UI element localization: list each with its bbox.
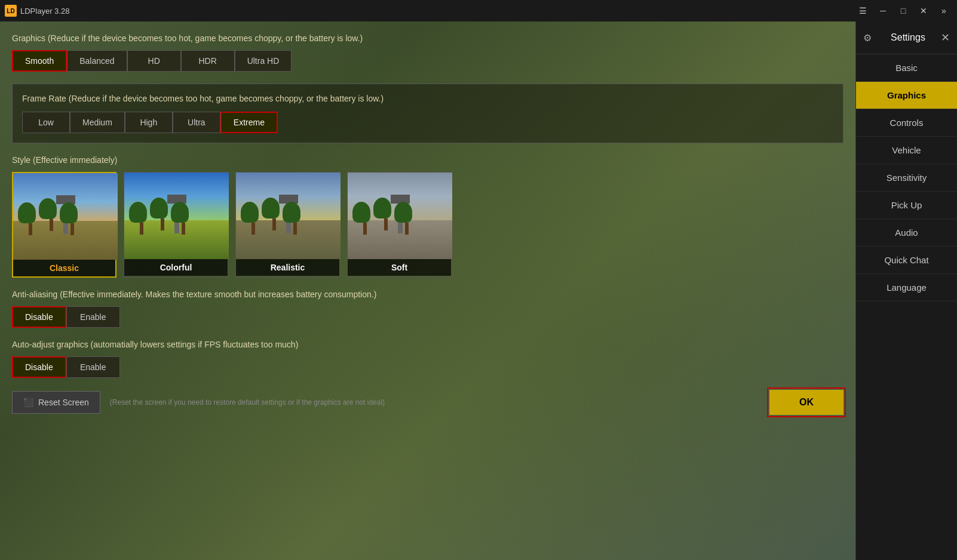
auto-adjust-section: Auto-adjust graphics (automatially lower… [12,340,843,378]
nav-item-audio[interactable]: Audio [856,219,957,247]
gear-icon: ⚙ [863,32,872,44]
graphics-quality-section: Graphics (Reduce if the device becomes t… [12,33,843,72]
auto-adjust-label: Auto-adjust graphics (automatially lower… [12,340,843,349]
graphics-quality-btn-balanced[interactable]: Balanced [67,50,127,72]
reset-label: Reset Screen [38,398,89,407]
graphics-quality-btn-smooth[interactable]: Smooth [12,50,67,72]
right-panel: ⚙ Settings ✕ BasicGraphicsControlsVehicl… [855,21,957,560]
style-cards: ClassicColorfulRealisticSoft [12,172,843,278]
style-card-realistic[interactable]: Realistic [235,172,340,278]
frame-rate-btn-medium[interactable]: Medium [70,112,125,133]
nav-item-vehicle[interactable]: Vehicle [856,137,957,164]
app-title: LDPlayer 3.28 [20,7,854,16]
arrow-button[interactable]: » [935,5,952,17]
nav-item-sensitivity[interactable]: Sensitivity [856,164,957,192]
frame-rate-group: LowMediumHighUltraExtreme [22,112,833,133]
nav-list: BasicGraphicsControlsVehicleSensitivityP… [856,54,957,301]
style-card-label-soft: Soft [348,259,451,276]
anti-aliasing-label: Anti-aliasing (Effective immediately. Ma… [12,290,843,299]
style-label: Style (Effective immediately) [12,155,843,165]
bottom-bar: ⬛ Reset Screen (Reset the screen if you … [12,390,843,415]
anti-aliasing-section: Anti-aliasing (Effective immediately. Ma… [12,290,843,328]
main-area: Graphics (Reduce if the device becomes t… [0,21,957,560]
reset-icon: ⬛ [23,398,33,407]
graphics-quality-label: Graphics (Reduce if the device becomes t… [12,33,843,43]
menu-button[interactable]: ☰ [854,5,871,17]
ok-button[interactable]: OK [769,390,843,415]
app-logo: LD [5,5,17,17]
nav-item-quick-chat[interactable]: Quick Chat [856,247,957,274]
anti-aliasing-btn-disable[interactable]: Disable [12,306,66,328]
titlebar: LD LDPlayer 3.28 ☰ ─ □ ✕ » [0,0,957,21]
settings-close-button[interactable]: ✕ [941,31,950,44]
settings-header: ⚙ Settings ✕ [856,21,957,54]
auto-adjust-btn-enable[interactable]: Enable [66,356,120,378]
graphics-quality-btn-hd[interactable]: HD [127,50,181,72]
frame-rate-btn-high[interactable]: High [125,112,173,133]
style-card-label-realistic: Realistic [236,259,339,276]
style-section: Style (Effective immediately) ClassicCol… [12,155,843,278]
anti-aliasing-group: DisableEnable [12,306,843,328]
auto-adjust-btn-disable[interactable]: Disable [12,356,66,378]
settings-title: Settings [891,32,925,43]
reset-screen-button[interactable]: ⬛ Reset Screen [12,391,100,414]
maximize-button[interactable]: □ [895,5,912,17]
nav-item-basic[interactable]: Basic [856,54,957,82]
nav-item-pick-up[interactable]: Pick Up [856,192,957,219]
frame-rate-label: Frame Rate (Reduce if the device becomes… [22,94,833,103]
graphics-quality-group: SmoothBalancedHDHDRUltra HD [12,50,843,72]
anti-aliasing-btn-enable[interactable]: Enable [66,306,120,328]
style-card-soft[interactable]: Soft [347,172,452,278]
nav-item-controls[interactable]: Controls [856,109,957,137]
close-button[interactable]: ✕ [915,5,932,17]
titlebar-controls: ☰ ─ □ ✕ » [854,5,952,17]
nav-item-language[interactable]: Language [856,274,957,301]
frame-rate-btn-extreme[interactable]: Extreme [220,112,278,133]
auto-adjust-group: DisableEnable [12,356,843,378]
style-card-colorful[interactable]: Colorful [124,172,228,278]
frame-rate-btn-low[interactable]: Low [22,112,70,133]
nav-item-graphics[interactable]: Graphics [856,82,957,109]
style-card-classic[interactable]: Classic [12,172,116,278]
style-card-label-classic: Classic [13,260,115,276]
left-panel: Graphics (Reduce if the device becomes t… [0,21,855,560]
bottom-hint: (Reset the screen if you need to restore… [110,398,760,407]
frame-rate-section: Frame Rate (Reduce if the device becomes… [12,84,843,143]
minimize-button[interactable]: ─ [875,5,891,17]
graphics-quality-btn-ultra-hd[interactable]: Ultra HD [235,50,292,72]
style-card-label-colorful: Colorful [124,259,228,276]
graphics-quality-btn-hdr[interactable]: HDR [181,50,235,72]
frame-rate-btn-ultra[interactable]: Ultra [173,112,220,133]
